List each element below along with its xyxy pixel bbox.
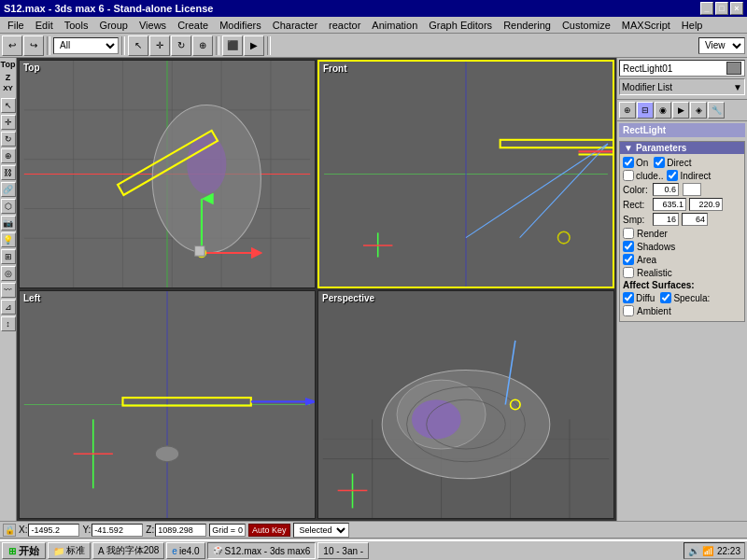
rect-input-2[interactable] xyxy=(689,198,723,211)
rp-icon-hierarchy[interactable]: ◉ xyxy=(655,102,671,119)
rp-icon-motion[interactable]: ▶ xyxy=(672,102,689,119)
rp-icon-modify[interactable]: ⊟ xyxy=(637,102,654,119)
parameters-collapse-icon[interactable]: ▼ xyxy=(624,143,633,153)
selection-filter-select[interactable]: Selected All xyxy=(293,523,349,538)
svg-point-34 xyxy=(155,446,178,462)
left-bind-btn[interactable]: ⬡ xyxy=(1,199,16,214)
menu-create[interactable]: Create xyxy=(172,19,214,32)
diffu-checkbox[interactable] xyxy=(623,292,634,303)
exclude-checkbox[interactable] xyxy=(623,170,634,181)
menu-reactor[interactable]: reactor xyxy=(323,19,366,32)
left-light-btn[interactable]: 💡 xyxy=(1,232,16,247)
quick-render-button[interactable]: ▶ xyxy=(244,35,264,56)
menu-modifiers[interactable]: Modifiers xyxy=(214,19,267,32)
toolbar: ↩ ↪ All Geometry Shapes ↖ ✛ ↻ ⊕ ⬛ ▶ View… xyxy=(0,34,747,58)
menu-customize[interactable]: Customize xyxy=(557,19,616,32)
taskbar-btn-biaozhun[interactable]: 📁 标准 xyxy=(48,542,91,559)
left-move-btn[interactable]: ✛ xyxy=(1,115,16,130)
left-scale-btn[interactable]: ⊕ xyxy=(1,148,16,163)
taskbar-icon-3dsmax: 🎲 xyxy=(213,546,223,555)
menu-maxscript[interactable]: MAXScript xyxy=(616,19,676,32)
menu-file[interactable]: File xyxy=(2,19,30,32)
menu-animation[interactable]: Animation xyxy=(366,19,423,32)
smp-input-2[interactable] xyxy=(682,213,708,226)
viewport-perspective[interactable]: Perspective xyxy=(317,290,614,519)
menu-edit[interactable]: Edit xyxy=(30,19,59,32)
on-checkbox[interactable] xyxy=(623,157,634,168)
rp-icon-utilities[interactable]: 🔧 xyxy=(708,102,725,119)
coord-y-label: Y: xyxy=(82,525,91,535)
taskbar-btn-ie[interactable]: e ie4.0 xyxy=(166,542,204,559)
menu-graph-editors[interactable]: Graph Editors xyxy=(423,19,498,32)
move-button[interactable]: ✛ xyxy=(149,35,170,56)
left-helper-btn[interactable]: ⊞ xyxy=(1,249,16,264)
modifier-list-dropdown[interactable]: Modifier List ▼ xyxy=(619,78,745,95)
rect-label: Rect: xyxy=(623,200,651,210)
lock-icon[interactable]: 🔒 xyxy=(3,524,16,537)
selection-mode-select[interactable]: All Geometry Shapes xyxy=(53,37,119,54)
viewport-front[interactable]: Front xyxy=(317,60,614,288)
rp-icon-create[interactable]: ⊕ xyxy=(619,102,636,119)
specula-checkbox[interactable] xyxy=(660,292,671,303)
autokey-button[interactable]: Auto Key xyxy=(248,524,290,537)
render-checkbox[interactable] xyxy=(623,228,634,239)
scale-button[interactable]: ⊕ xyxy=(192,35,213,56)
ambient-checkbox[interactable] xyxy=(623,305,634,316)
menu-character[interactable]: Character xyxy=(267,19,323,32)
rp-icon-display[interactable]: ◈ xyxy=(690,102,707,119)
close-button[interactable]: × xyxy=(730,2,743,15)
view-mode-select[interactable]: View Screen xyxy=(698,37,745,54)
viewport-top-label: Top xyxy=(23,63,40,73)
viewport-perspective-label: Perspective xyxy=(322,293,374,303)
left-camera-btn[interactable]: 📷 xyxy=(1,216,16,231)
menu-group[interactable]: Group xyxy=(93,19,134,32)
left-modifier-btn[interactable]: ⊿ xyxy=(1,300,16,315)
smp-input-1[interactable] xyxy=(653,213,679,226)
menu-rendering[interactable]: Rendering xyxy=(498,19,557,32)
menu-views[interactable]: Views xyxy=(134,19,172,32)
menu-tools[interactable]: Tools xyxy=(59,19,94,32)
left-hierarchy-btn[interactable]: ↕ xyxy=(1,316,16,331)
viewport-area: Top xyxy=(17,58,616,521)
object-color-swatch[interactable] xyxy=(726,62,741,75)
left-shape-btn[interactable]: ◎ xyxy=(1,266,16,281)
viewport-front-label: Front xyxy=(323,63,347,74)
left-unlink-btn[interactable]: 🔗 xyxy=(1,182,16,197)
coord-x-input[interactable] xyxy=(28,524,79,537)
rotate-button[interactable]: ↻ xyxy=(171,35,191,56)
start-button[interactable]: ⊞ 开始 xyxy=(2,542,46,559)
right-panel: RectLight01 Modifier List ▼ ⊕ ⊟ ◉ ▶ ◈ 🔧 … xyxy=(616,58,747,521)
indirect-checkbox[interactable] xyxy=(667,170,678,181)
coord-label-top: Top xyxy=(1,60,16,69)
rect-input-1[interactable] xyxy=(653,198,686,211)
left-space-warp-btn[interactable]: 〰 xyxy=(1,283,16,298)
left-rotate-btn[interactable]: ↻ xyxy=(1,132,16,147)
taskbar-btn-font[interactable]: A 我的字体208 xyxy=(92,542,164,559)
left-select-btn[interactable]: ↖ xyxy=(1,98,16,113)
title-bar-controls: _ □ × xyxy=(700,2,743,15)
color-preview[interactable] xyxy=(683,183,701,196)
render-scene-button[interactable]: ⬛ xyxy=(222,35,243,56)
undo-button[interactable]: ↩ xyxy=(2,35,22,56)
minimize-button[interactable]: _ xyxy=(700,2,713,15)
color-label: Color: xyxy=(623,185,651,195)
redo-button[interactable]: ↪ xyxy=(23,35,44,56)
select-button[interactable]: ↖ xyxy=(128,35,148,56)
viewport-top-svg xyxy=(20,61,315,287)
shadows-checkbox[interactable] xyxy=(623,241,634,252)
smp-label: Smp: xyxy=(623,215,651,225)
area-checkbox[interactable] xyxy=(623,254,634,265)
maximize-button[interactable]: □ xyxy=(715,2,728,15)
menu-help[interactable]: Help xyxy=(676,19,709,32)
viewport-top[interactable]: Top xyxy=(19,60,316,288)
taskbar-btn-extra[interactable]: 10 - 3an - xyxy=(317,542,369,559)
viewport-left[interactable]: Left xyxy=(19,290,316,519)
left-link-btn[interactable]: ⛓ xyxy=(1,165,16,180)
toolbar-sep-4 xyxy=(267,36,271,55)
direct-checkbox[interactable] xyxy=(654,157,665,168)
realistic-checkbox[interactable] xyxy=(623,267,634,278)
coord-z-input[interactable] xyxy=(155,524,206,537)
color-input[interactable] xyxy=(653,183,679,196)
coord-y-input[interactable] xyxy=(92,524,143,537)
taskbar-btn-3dsmax[interactable]: 🎲 S12.max - 3ds max6 xyxy=(207,542,317,559)
